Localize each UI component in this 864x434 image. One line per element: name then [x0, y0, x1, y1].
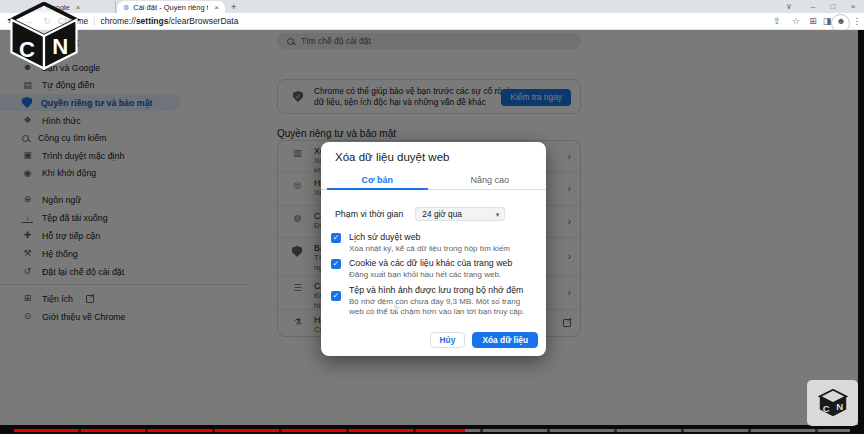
clear-data-button[interactable]: Xóa dữ liệu	[472, 332, 538, 348]
dialog-title: Xóa dữ liệu duyệt web	[335, 151, 449, 163]
tab-strip: G Google × ⚙ Cài đặt - Quyền riêng tư và…	[0, 0, 864, 13]
profile-avatar-icon[interactable]: ☻	[834, 13, 848, 30]
video-player-bar	[0, 425, 864, 434]
watermark-letter-c: C	[19, 37, 35, 62]
close-button[interactable]: ×	[844, 0, 862, 13]
maximize-button[interactable]: □	[824, 0, 842, 13]
video-letterbox-right	[858, 30, 864, 425]
browser-toolbar: ← → ↻ Chrome|chrome://settings/clearBrow…	[0, 13, 864, 30]
checkbox-checked-icon[interactable]: ✓	[331, 291, 341, 301]
time-range-label: Phạm vi thời gian	[335, 209, 403, 219]
video-progress-track[interactable]	[14, 429, 850, 432]
url-path: /clearBrowserData	[168, 16, 238, 26]
url-host: settings	[136, 16, 169, 26]
tab-basic[interactable]: Cơ bản	[321, 170, 434, 189]
url-scheme: chrome://	[100, 16, 135, 26]
svg-text:N: N	[836, 401, 843, 412]
bookmark-star-icon[interactable]: ☆	[789, 13, 803, 30]
new-tab-button[interactable]: +	[231, 2, 236, 12]
settings-page: Cài đặt Bạn và Google Tự động điền Quyền…	[0, 30, 858, 425]
share-icon[interactable]: ⇧	[770, 13, 784, 30]
chevron-down-icon: ▾	[496, 208, 500, 221]
channel-watermark-badge: C N	[807, 380, 858, 426]
time-range-select[interactable]: 24 giờ qua ▾	[415, 207, 505, 221]
clear-browsing-data-dialog: Xóa dữ liệu duyệt web Cơ bản Nâng cao Ph…	[321, 142, 546, 356]
tab-settings[interactable]: ⚙ Cài đặt - Quyền riêng tư và bảo... ×	[117, 1, 225, 13]
checkbox-row-history[interactable]: ✓ Lịch sử duyệt web Xóa nhật ký, kể cả d…	[331, 232, 536, 254]
video-chapter-ticks	[14, 429, 850, 432]
svg-text:C: C	[822, 403, 829, 414]
checkbox-row-cookies[interactable]: ✓ Cookie và các dữ liệu khác của trang w…	[331, 258, 536, 280]
minimize-button[interactable]: –	[804, 0, 822, 13]
cancel-button[interactable]: Hủy	[430, 332, 466, 348]
watermark-letter-n: N	[52, 34, 68, 59]
dialog-tabs: Cơ bản Nâng cao	[321, 170, 546, 190]
tab-advanced[interactable]: Nâng cao	[434, 170, 547, 189]
cube-logo: C N	[6, 2, 82, 70]
checkbox-checked-icon[interactable]: ✓	[331, 259, 341, 269]
tab-close-icon[interactable]: ×	[214, 3, 219, 12]
channel-watermark-cube: C N	[6, 2, 82, 74]
checkbox-row-cache[interactable]: ✓ Tệp và hình ảnh được lưu trong bộ nhớ …	[331, 285, 536, 318]
address-bar[interactable]: Chrome|chrome://settings/clearBrowserDat…	[58, 13, 238, 30]
menu-dots-icon[interactable]: ⋮	[850, 13, 864, 30]
screen: G Google × ⚙ Cài đặt - Quyền riêng tư và…	[0, 0, 864, 434]
extensions-puzzle-icon[interactable]: ⊞	[806, 13, 820, 30]
tab-search-icon[interactable]: ∨	[780, 0, 798, 13]
tab-title: Cài đặt - Quyền riêng tư và bảo...	[133, 3, 208, 12]
cube-logo-small: C N	[818, 389, 848, 417]
checkbox-checked-icon[interactable]: ✓	[331, 233, 341, 243]
gear-favicon: ⚙	[123, 4, 129, 11]
